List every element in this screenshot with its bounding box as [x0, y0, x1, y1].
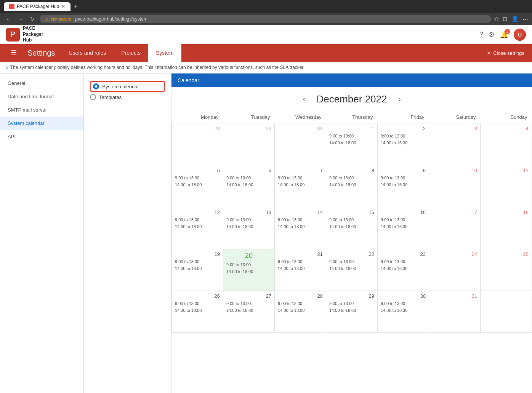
calendar-day[interactable]: 269:00 to 13:0014:00 to 18:00 [172, 291, 223, 333]
browser-tab[interactable]: PACE Packager Hub ✕ [4, 2, 71, 11]
day-number: 9 [381, 168, 426, 173]
tab-close-btn[interactable]: ✕ [61, 4, 65, 9]
calendar-day[interactable]: 29 [223, 123, 275, 165]
avatar[interactable]: U [514, 29, 526, 41]
calendar-day[interactable]: 10 [429, 165, 481, 207]
weekday-thursday: Thursday [326, 111, 378, 123]
calendar-day[interactable]: 309:00 to 13:0014:00 to 16:30 [378, 291, 429, 333]
calendar-area: Calendar ‹ December 2022 › Monday Tuesda… [171, 73, 532, 393]
day-number: 11 [484, 168, 529, 173]
calendar-day[interactable]: 99:00 to 13:0014:00 to 16:30 [378, 165, 429, 207]
tab-projects[interactable]: Projects [114, 44, 148, 62]
star-btn[interactable]: ☆ [494, 16, 499, 22]
calendar-day[interactable]: 199:00 to 13:0014:00 to 18:00 [172, 249, 223, 291]
settings-title: Settings [21, 44, 61, 62]
prev-month-btn[interactable]: ‹ [303, 95, 305, 103]
header-icons: ? ⚙ 🔔 1 U [479, 29, 526, 41]
calendar-day[interactable]: 24 [429, 249, 481, 291]
sidebar-item-general[interactable]: General [0, 77, 83, 90]
day-hours: 9:00 to 13:0014:00 to 18:00 [278, 175, 323, 188]
calendar-day[interactable]: 79:00 to 13:0014:00 to 18:00 [275, 165, 326, 207]
calendar-day[interactable]: 69:00 to 13:0014:00 to 18:00 [223, 165, 275, 207]
calendar-day[interactable]: 17 [429, 207, 481, 249]
calendar-week-row-3: 199:00 to 13:0014:00 to 18:00209:00 to 1… [172, 249, 532, 291]
calendar-day[interactable]: 229:00 to 13:0014:00 to 18:00 [326, 249, 378, 291]
address-bar[interactable]: ⚠ Not secure pace-packager-hub/settings/… [40, 15, 491, 23]
sidebar-item-smtp[interactable]: SMTP mail server [0, 103, 83, 117]
templates-option[interactable]: Templates [90, 92, 165, 102]
calendar-day[interactable]: 129:00 to 13:0014:00 to 18:00 [172, 207, 223, 249]
hamburger-menu-btn[interactable]: ☰ [6, 44, 21, 62]
calendar-day[interactable]: 30 [275, 123, 326, 165]
day-number: 28 [175, 126, 220, 131]
new-tab-btn[interactable]: + [74, 3, 77, 10]
system-calendar-option[interactable]: System calendar [90, 81, 165, 92]
calendar-day[interactable]: 279:00 to 13:0014:00 to 18:00 [223, 291, 275, 333]
day-hours: 9:00 to 13:0014:00 to 16:30 [381, 259, 426, 272]
calendar-header-label: Calendar [178, 77, 199, 83]
day-hours: 9:00 to 13:0014:00 to 18:00 [329, 133, 374, 146]
reload-btn[interactable]: ↻ [28, 15, 37, 23]
avatar-image: U [514, 29, 526, 41]
calendar-day[interactable]: 29:00 to 13:0014:00 to 16:30 [378, 123, 429, 165]
calendar-day[interactable]: 239:00 to 13:0014:00 to 16:30 [378, 249, 429, 291]
sidebar: General Date and time format SMTP mail s… [0, 73, 84, 393]
calendar-day[interactable]: 25 [481, 249, 532, 291]
calendar-day[interactable]: 18 [481, 207, 532, 249]
day-hours: 9:00 to 13:0014:00 to 16:30 [381, 217, 426, 230]
calendar-day[interactable]: 169:00 to 13:0014:00 to 16:30 [378, 207, 429, 249]
calendar-day[interactable]: 59:00 to 13:0014:00 to 18:00 [172, 165, 223, 207]
tab-system[interactable]: System [148, 44, 181, 62]
day-number: 15 [329, 209, 374, 215]
calendar-day[interactable]: 159:00 to 13:0014:00 to 18:00 [326, 207, 378, 249]
info-text: The system calendar globally defines wor… [10, 65, 304, 70]
browser-chrome: PACE Packager Hub ✕ + [0, 0, 532, 13]
back-btn[interactable]: ← [4, 15, 13, 23]
calendar-day[interactable]: 299:00 to 13:0014:00 to 18:00 [326, 291, 378, 333]
settings-btn[interactable]: ⚙ [489, 30, 495, 39]
calendar-day[interactable]: 31 [429, 291, 481, 333]
day-number: 12 [175, 209, 220, 215]
calendar-day[interactable] [481, 291, 532, 333]
security-warning: ⚠ [45, 17, 49, 22]
radio-selected-indicator [93, 83, 99, 89]
day-hours: 9:00 to 13:0014:00 to 18:00 [226, 300, 271, 314]
calendar-day[interactable]: 28 [172, 123, 223, 165]
forward-btn[interactable]: → [16, 15, 25, 23]
info-icon: ℹ [6, 65, 8, 70]
tab-users-and-roles[interactable]: Users and roles [61, 44, 114, 62]
day-hours: 9:00 to 13:0014:00 to 18:00 [278, 259, 323, 272]
calendar-day[interactable]: 209:00 to 13:0014:00 to 18:00 [223, 249, 275, 291]
day-number: 23 [381, 251, 426, 257]
calendar-day[interactable]: 3 [429, 123, 481, 165]
next-month-btn[interactable]: › [399, 95, 401, 103]
calendar-day[interactable]: 89:00 to 13:0014:00 to 18:00 [326, 165, 378, 207]
close-settings-btn[interactable]: ✕ Close settings [479, 44, 532, 62]
calendar-day[interactable]: 11 [481, 165, 532, 207]
day-number: 18 [484, 209, 529, 215]
day-number: 27 [226, 293, 271, 299]
calendar-day[interactable]: 149:00 to 13:0014:00 to 18:00 [275, 207, 326, 249]
app-logo: P PACEPackagerHub [6, 26, 43, 43]
sidebar-item-api[interactable]: API [0, 130, 83, 143]
day-number: 4 [484, 126, 529, 131]
day-hours: 9:00 to 13:0014:00 to 18:00 [175, 175, 220, 188]
help-btn[interactable]: ? [479, 30, 483, 38]
menu-btn[interactable]: ⋯ [522, 16, 528, 22]
day-number: 7 [278, 168, 323, 173]
day-number: 24 [432, 251, 477, 257]
profile-btn[interactable]: 👤 [511, 16, 519, 22]
calendar-day[interactable]: 219:00 to 13:0014:00 to 18:00 [275, 249, 326, 291]
info-bar: ℹ The system calendar globally defines w… [0, 62, 532, 73]
calendar-day[interactable]: 289:00 to 13:0014:00 to 18:00 [275, 291, 326, 333]
extension-btn[interactable]: ⊡ [503, 16, 508, 22]
sidebar-item-date-time[interactable]: Date and time format [0, 90, 83, 103]
day-hours: 9:00 to 13:0014:00 to 18:00 [278, 217, 323, 230]
calendar-day[interactable]: 139:00 to 13:0014:00 to 18:00 [223, 207, 275, 249]
day-number: 13 [226, 209, 271, 215]
sidebar-item-system-calendar[interactable]: System calendar [0, 117, 83, 130]
calendar-day[interactable]: 4 [481, 123, 532, 165]
weekday-friday: Friday [378, 111, 429, 123]
calendar-day[interactable]: 19:00 to 13:0014:00 to 18:00 [326, 123, 378, 165]
notifications-btn[interactable]: 🔔 1 [500, 30, 508, 39]
